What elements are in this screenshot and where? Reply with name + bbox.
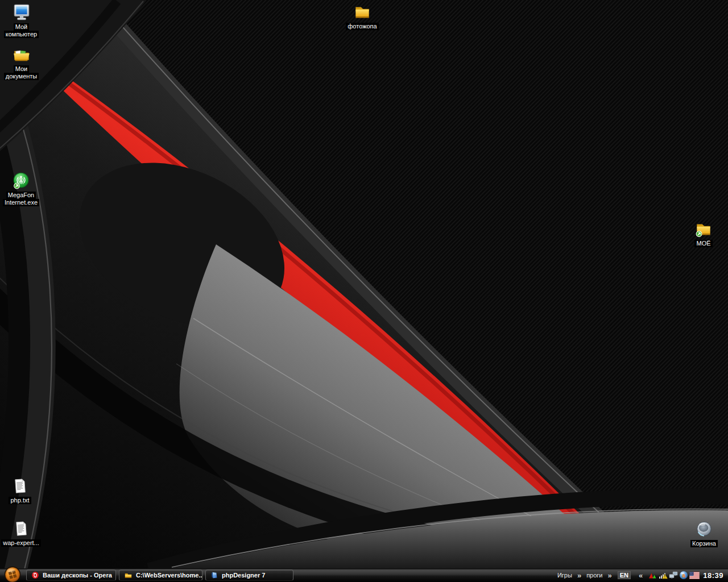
svg-text:a: a: [682, 572, 685, 579]
icon-label: МОЁ: [694, 240, 712, 247]
task-button-opera[interactable]: Ваши дескопы - Opera: [26, 569, 116, 581]
language-indicator[interactable]: EN: [618, 571, 631, 579]
task-label: phpDesigner 7: [222, 572, 265, 579]
desktop-icon-recycle-bin[interactable]: Корзина: [679, 519, 728, 547]
start-button[interactable]: [4, 566, 21, 582]
toolbar-games-chevron-icon[interactable]: »: [577, 571, 581, 580]
toolbar-progs-chevron-icon[interactable]: »: [608, 571, 612, 580]
icon-label: MegaFon Internet.exe: [3, 192, 39, 206]
taskbar: Ваши дескопы - Opera C:\WebServers\home.…: [0, 568, 728, 582]
icon-label: php.txt: [9, 497, 31, 504]
desktop-icon-php-txt[interactable]: php.txt: [0, 476, 46, 504]
icon-label: wap-expert...: [1, 539, 41, 547]
task-buttons: Ваши дескопы - Opera C:\WebServers\home.…: [26, 569, 293, 581]
icon-label: Мой компьютер: [4, 23, 39, 38]
computer-icon: [12, 3, 31, 22]
task-button-phpdesigner[interactable]: phpDesigner 7: [205, 569, 293, 581]
folder-icon: [124, 571, 133, 579]
tray-us-flag-language-icon[interactable]: [689, 572, 700, 579]
icon-label: Корзина: [690, 540, 718, 547]
opera-icon: [31, 571, 39, 579]
task-label: Ваши дескопы - Opera: [43, 572, 112, 579]
tray-megafon-signal-icon[interactable]: [648, 571, 657, 580]
text-file-icon: [11, 519, 31, 538]
documents-folder-icon: [12, 45, 31, 64]
task-label: C:\WebServers\home...: [136, 572, 202, 579]
tray-network-monitors-icon[interactable]: [669, 571, 678, 580]
system-tray: a: [648, 571, 700, 580]
folder-shortcut-icon: [694, 219, 713, 239]
megafon-antenna-icon: [11, 171, 31, 190]
desktop-icon-moyo[interactable]: МОЁ: [678, 219, 728, 247]
icon-label: фотожопа: [346, 23, 378, 30]
desktop-icon-fotozhopa[interactable]: фотожопа: [337, 2, 388, 30]
tray-signal-warning-icon[interactable]: [659, 571, 668, 580]
desktop-icon-my-computer[interactable]: Мой компьютер: [0, 3, 48, 38]
toolbar-progs[interactable]: проги: [586, 572, 602, 579]
tray-collapse-chevron-icon[interactable]: «: [639, 571, 643, 580]
desktop-icon-my-documents[interactable]: Мои документы: [0, 45, 48, 80]
recycle-bin-icon: [694, 519, 714, 539]
desktop-wallpaper: [0, 0, 728, 568]
folder-icon: [353, 2, 372, 22]
desktop-icon-megafon-internet[interactable]: MegaFon Internet.exe: [0, 171, 52, 206]
text-file-icon: [10, 476, 30, 496]
taskbar-clock[interactable]: 18:39: [703, 571, 723, 580]
toolbar-games[interactable]: Игры: [557, 572, 572, 579]
task-button-webservers-folder[interactable]: C:\WebServers\home...: [119, 569, 202, 581]
desktop: Мой компьютер Мои документы: [0, 0, 728, 568]
desktop-icon-wap-expert[interactable]: wap-expert...: [0, 519, 47, 547]
phpdesigner-icon: [210, 571, 218, 579]
taskbar-right-area: Игры » проги » EN «: [555, 571, 728, 580]
tray-avast-icon[interactable]: a: [679, 571, 688, 580]
icon-label: Мои документы: [4, 65, 39, 80]
